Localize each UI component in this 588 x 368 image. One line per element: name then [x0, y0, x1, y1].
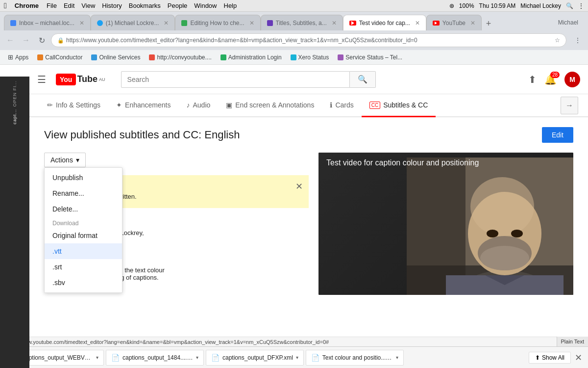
tab-youtube-close[interactable]: ✕	[470, 20, 475, 26]
upload-button[interactable]: ⬆	[528, 74, 537, 85]
url-text: https://www.youtube.com/timedtext_editor…	[66, 37, 417, 44]
favicon-editing	[181, 20, 187, 26]
menu-icon[interactable]: ⋮	[578, 2, 584, 9]
profile-tab[interactable]: Michael	[552, 15, 584, 30]
youtube-logo-country: AU	[99, 77, 105, 82]
show-all-button[interactable]: ⬆ Show All	[529, 352, 571, 364]
tab-cards[interactable]: ℹ Cards	[322, 94, 361, 117]
dropdown-srt[interactable]: .srt	[45, 259, 122, 275]
tab-audio[interactable]: ♪ Audio	[178, 94, 218, 117]
download-item-3[interactable]: 📄 captions_output_DFXP.xml ▾	[206, 350, 304, 366]
app-menu-chrome[interactable]: Chrome	[15, 2, 39, 9]
bookmark-star-icon[interactable]: ☆	[555, 37, 560, 44]
download-chevron-4[interactable]: ▾	[396, 355, 398, 360]
svg-point-7	[487, 230, 498, 237]
menu-history[interactable]: History	[102, 2, 122, 9]
actions-button[interactable]: Actions ▾	[44, 153, 86, 167]
bookmark-service-status-label: Service Status – Tel...	[345, 54, 402, 61]
bookmark-xero-label: Xero Status	[298, 54, 329, 61]
download-chevron-2[interactable]: ▾	[196, 355, 198, 360]
warning-close-icon[interactable]: ✕	[295, 180, 303, 193]
content-body: Actions ▾ Unpublish Rename... Delete... …	[44, 153, 573, 295]
tab-subtitles-cc-label: Subtitles & CC	[383, 101, 428, 109]
tab-info-settings[interactable]: ✏ Info & Settings	[39, 94, 108, 117]
dropdown-original-format[interactable]: Original format	[45, 228, 122, 243]
tab-inbox-close[interactable]: ✕	[79, 20, 84, 26]
tab-editing[interactable]: Editing How to che... ✕	[175, 15, 260, 30]
youtube-content-wrapper: ☰ You Tube AU 🔍 ⬆ 🔔 28 M	[29, 65, 588, 368]
endscreen-icon: ▣	[226, 101, 232, 109]
forward-button[interactable]: →	[20, 34, 32, 47]
tab-enhancements[interactable]: ✦ Enhancements	[108, 94, 178, 117]
tab-info-settings-label: Info & Settings	[56, 101, 100, 109]
menu-time: Thu 10:59 AM	[479, 2, 516, 9]
dropdown-delete[interactable]: Delete...	[45, 201, 122, 217]
notification-badge: 28	[550, 72, 560, 78]
hamburger-menu-icon[interactable]: ☰	[37, 74, 46, 85]
browser-action-buttons: ⋮	[571, 34, 584, 47]
menu-window[interactable]: Window	[194, 2, 217, 9]
menu-edit[interactable]: Edit	[64, 2, 74, 9]
user-avatar[interactable]: M	[564, 72, 580, 87]
menu-people[interactable]: People	[168, 2, 187, 9]
menu-help[interactable]: Help	[224, 2, 237, 9]
bookmark-online-services-label: Online Services	[99, 54, 140, 61]
back-button[interactable]: ←	[4, 34, 17, 47]
menu-user[interactable]: Michael Lockey	[520, 2, 561, 9]
new-tab-button[interactable]: +	[482, 17, 495, 30]
menu-view[interactable]: View	[81, 2, 95, 9]
youtube-logo[interactable]: You Tube AU	[56, 74, 105, 85]
download-item-4[interactable]: 📄 Text colour and positio....sbv ▾	[306, 350, 404, 366]
plain-text-indicator: Plain Text	[557, 337, 588, 346]
youtube-header: ☰ You Tube AU 🔍 ⬆ 🔔 28 M	[29, 65, 588, 94]
notifications-button[interactable]: 🔔 28	[544, 74, 557, 85]
bookmark-service-status[interactable]: Service Status – Tel...	[334, 52, 406, 63]
bookmark-online-services[interactable]: Online Services	[87, 52, 144, 63]
tab-test-video[interactable]: Test video for cap... ✕	[343, 15, 426, 30]
bookmark-apps[interactable]: ⊞ Apps	[4, 52, 32, 63]
menu-bookmarks[interactable]: Bookmarks	[129, 2, 161, 9]
dropdown-rename[interactable]: Rename...	[45, 185, 122, 201]
convyoutube-favicon	[149, 54, 155, 60]
reload-button[interactable]: ↻	[35, 34, 48, 47]
download-chevron-1[interactable]: ▾	[96, 355, 98, 360]
tab-editing-close[interactable]: ✕	[249, 20, 254, 26]
bookmark-xero[interactable]: Xero Status	[287, 52, 333, 63]
tab-test-video-close[interactable]: ✕	[415, 20, 420, 26]
edit-button[interactable]: Edit	[542, 127, 573, 143]
extension-icon[interactable]: ⋮	[571, 34, 584, 47]
dropdown-sbv[interactable]: .sbv	[45, 275, 122, 290]
dropdown-unpublish[interactable]: Unpublish	[45, 170, 122, 185]
tab-bar: Inbox – michael.loc... ✕ (1) Michael Loc…	[0, 12, 588, 30]
favicon-subtitles	[267, 20, 273, 26]
download-item-2[interactable]: 📄 captions_output_1484....smi ▾	[106, 350, 204, 366]
menu-file[interactable]: File	[47, 2, 57, 9]
tab-twitter-close[interactable]: ✕	[164, 20, 169, 26]
bookmark-convyoutube[interactable]: http://convyoutube....	[145, 52, 215, 63]
youtube-logo-icon: You	[56, 74, 76, 85]
tab-subtitles-close[interactable]: ✕	[332, 20, 337, 26]
back-navigation-button[interactable]: →	[561, 97, 578, 114]
search-button[interactable]: 🔍	[350, 71, 376, 88]
tab-twitter[interactable]: (1) Michael Lockre... ✕	[91, 15, 175, 30]
apple-menu[interactable]: 	[4, 1, 7, 10]
person-silhouette	[407, 158, 573, 295]
tab-youtube[interactable]: YouTube ✕	[426, 15, 482, 30]
dropdown-download-header: Download	[45, 217, 122, 228]
browser-chrome: Inbox – michael.loc... ✕ (1) Michael Loc…	[0, 12, 588, 65]
tab-subtitles[interactable]: Titles, Subtitles, a... ✕	[261, 15, 343, 30]
tab-subtitles-cc[interactable]: CC Subtitles & CC	[362, 94, 436, 117]
dropdown-vtt[interactable]: .vtt	[45, 243, 122, 259]
tab-inbox[interactable]: Inbox – michael.loc... ✕	[4, 15, 91, 30]
downloads-close-icon[interactable]: ✕	[575, 352, 582, 363]
tab-end-screen[interactable]: ▣ End screen & Annotations	[218, 94, 322, 117]
wand-icon: ✦	[116, 101, 122, 109]
search-input[interactable]	[121, 71, 350, 88]
search-icon[interactable]: 🔍	[566, 2, 573, 9]
bookmark-callconductor[interactable]: CallConductor	[33, 52, 86, 63]
tab-cards-label: Cards	[335, 101, 353, 109]
url-bar[interactable]: 🔒 https://www.youtube.com/timedtext_edit…	[51, 33, 566, 47]
bookmark-admin-login[interactable]: Administration Login	[217, 52, 286, 63]
search-magnifier-icon: 🔍	[358, 75, 368, 84]
download-chevron-3[interactable]: ▾	[296, 355, 298, 360]
